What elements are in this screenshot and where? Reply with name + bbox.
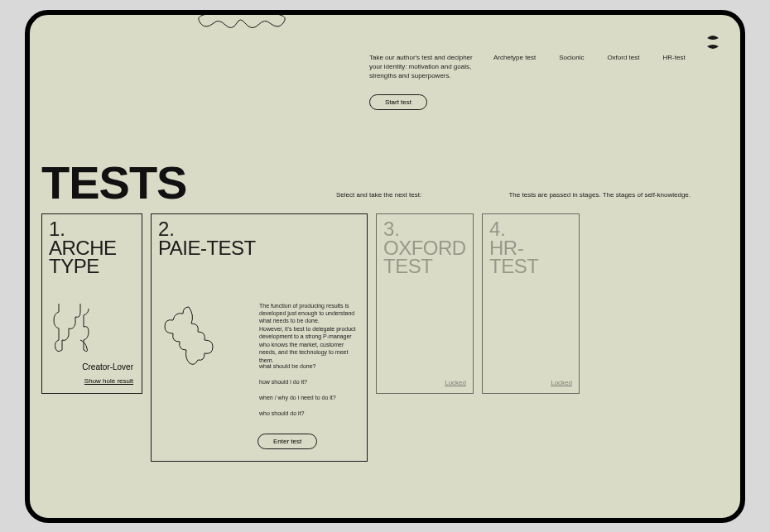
q2: how should i do it? [259, 379, 360, 385]
archetype-shape-icon [51, 304, 97, 357]
show-hole-result-link[interactable]: Show hole result [84, 377, 133, 385]
decorative-blob-icon [195, 10, 295, 39]
card-title: PAIE-TEST [152, 239, 367, 258]
card-title: HR-TEST [483, 239, 579, 277]
card-number: 2. [152, 214, 367, 239]
locked-label: Locked [445, 379, 466, 386]
app-frame: Take our author's test and decipher your… [25, 10, 745, 523]
page-title: TESTS [41, 156, 186, 209]
card-number: 3. [377, 214, 473, 239]
card-archetype[interactable]: 1. ARCHE TYPE Creator-Lover Show hole re… [41, 213, 142, 394]
card-number: 1. [42, 214, 142, 239]
enter-test-button[interactable]: Enter test [257, 434, 317, 449]
archetype-result: Creator-Lover [82, 362, 133, 371]
paie-shape-icon [160, 304, 218, 373]
card-oxford: 3. OXFORD TEST Locked [376, 213, 474, 394]
paie-questions: what should be done? how should i do it?… [259, 363, 360, 426]
q4: who should do it? [259, 410, 360, 416]
start-test-button[interactable]: Start test [369, 94, 427, 110]
card-paie-test[interactable]: 2. PAIE-TEST The function of producing r… [151, 213, 368, 462]
intro-text: Take our author's test and decipher your… [369, 53, 477, 81]
cards-row: 1. ARCHE TYPE Creator-Lover Show hole re… [41, 213, 580, 462]
header: Take our author's test and decipher your… [369, 53, 722, 81]
nav-oxford[interactable]: Oxford test [607, 53, 639, 81]
card-hr-test: 4. HR-TEST Locked [482, 213, 580, 394]
stages-hint: The tests are passed in stages. The stag… [508, 191, 691, 199]
q3: when / why do i need to do it? [259, 395, 360, 400]
enter-wrap: Enter test [257, 432, 317, 449]
main-nav: Archetype test Socionic Oxford test HR-t… [493, 53, 686, 81]
card-title: ARCHE TYPE [42, 239, 142, 277]
card-number: 4. [483, 214, 579, 239]
nav-socionic[interactable]: Socionic [559, 53, 584, 81]
q1: what should be done? [259, 363, 360, 369]
card-title: OXFORD TEST [377, 239, 473, 277]
locked-label: Locked [551, 379, 572, 386]
paie-description: The function of producing results is dev… [259, 302, 360, 365]
subheading-row: Select and take the next test: The tests… [336, 191, 691, 199]
start-wrap: Start test [369, 93, 427, 110]
nav-hr[interactable]: HR-test [663, 53, 686, 81]
brand-logo-icon [704, 33, 722, 55]
nav-archetype[interactable]: Archetype test [493, 53, 536, 81]
select-hint: Select and take the next test: [336, 191, 421, 199]
